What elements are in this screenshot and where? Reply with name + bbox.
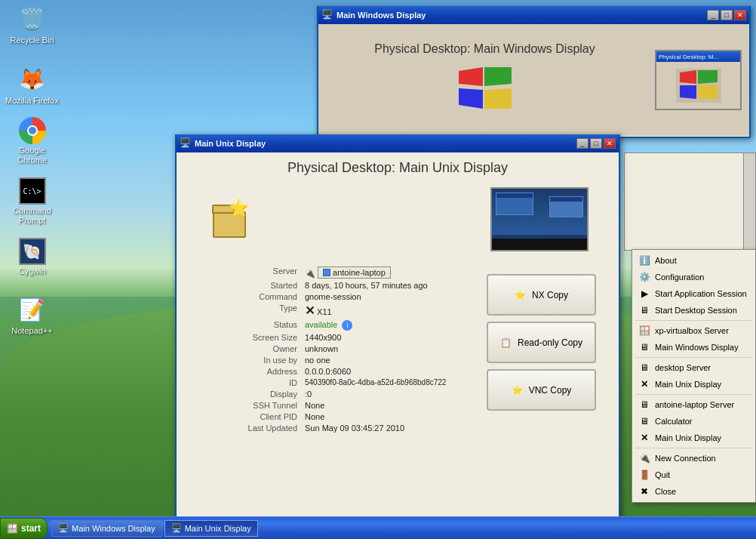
address-value: 0.0.0.0:6060 bbox=[305, 367, 487, 376]
notepad-icon: 📝 bbox=[17, 294, 48, 325]
close-label: Close bbox=[655, 487, 676, 496]
desktop-icon-cygwin[interactable]: 🐚 Cygwin bbox=[4, 238, 60, 276]
desktop-server-icon: 🖥 bbox=[638, 362, 650, 374]
nx-copy-label: NX Copy bbox=[532, 290, 568, 300]
calculator-icon: 🖥 bbox=[638, 415, 650, 427]
windows-preview-thumb: Physical Desktop: M... bbox=[655, 50, 742, 110]
windows-thumbnail: Physical Desktop: M... bbox=[655, 50, 742, 110]
firefox-icon: 🦊 bbox=[17, 64, 48, 94]
vnc-copy-button[interactable]: ⭐ VNC Copy bbox=[487, 369, 596, 411]
screensize-value: 1440x900 bbox=[305, 333, 487, 342]
type-text: X11 bbox=[317, 307, 332, 316]
menu-start-app-session[interactable]: ▶ Start Application Session bbox=[632, 285, 755, 302]
scrollbar[interactable] bbox=[743, 153, 755, 250]
lastupdated-label: Last Updated bbox=[207, 424, 297, 433]
menu-new-connection[interactable]: 🔌 New Connection bbox=[632, 450, 755, 467]
unix-display2-label: Main Unix Display bbox=[655, 433, 721, 442]
start-desktop-icon: 🖥 bbox=[638, 304, 650, 316]
antoine-server-label: antoine-laptop Server bbox=[655, 400, 734, 409]
chrome-icon bbox=[19, 117, 46, 144]
desktop-icon-chrome[interactable]: Google Chrome bbox=[4, 117, 60, 165]
taskbar-main-unix[interactable]: 🖥️ Main Unix Display bbox=[164, 520, 258, 537]
main-unix-titlebar: 🖥️ Main Unix Display _ □ ✕ bbox=[177, 134, 619, 152]
vnc-copy-star-icon: ⭐ bbox=[512, 385, 523, 396]
menu-main-windows-display[interactable]: 🖥 Main Windows Display bbox=[632, 339, 755, 356]
unix-display1-label: Main Unix Display bbox=[655, 380, 721, 389]
type-value: ✕ X11 bbox=[305, 303, 487, 318]
taskbar-windows-icon: 🖥️ bbox=[58, 523, 69, 533]
context-menu: ℹ️ About ⚙️ Configuration ▶ Start Applic… bbox=[632, 249, 756, 503]
main-windows-title-icon: 🖥️ bbox=[321, 9, 333, 21]
new-connection-icon: 🔌 bbox=[638, 452, 650, 464]
config-label: Configuration bbox=[655, 273, 704, 282]
desktop-icon-cmd[interactable]: C:\> Command Prompt bbox=[4, 177, 60, 226]
menu-main-unix-display1[interactable]: ✕ Main Unix Display bbox=[632, 376, 755, 393]
unix-close-button[interactable]: ✕ bbox=[604, 138, 616, 149]
server-label: Server bbox=[207, 266, 297, 279]
menu-configuration[interactable]: ⚙️ Configuration bbox=[632, 269, 755, 285]
windows-display-label: Main Windows Display bbox=[655, 343, 739, 352]
inuseby-label: In use by bbox=[207, 356, 297, 365]
menu-desktop-server[interactable]: 🖥 desktop Server bbox=[632, 359, 755, 376]
minimize-button[interactable]: _ bbox=[707, 10, 719, 20]
readonly-copy-button[interactable]: 📋 Read-only Copy bbox=[487, 322, 596, 363]
owner-label: Owner bbox=[207, 344, 297, 353]
unix-thumb bbox=[490, 187, 589, 251]
command-label: Command bbox=[207, 292, 297, 301]
server-dot bbox=[323, 269, 330, 276]
firefox-label: Mozilla Firefox bbox=[5, 96, 59, 106]
server-name: antoine-laptop bbox=[333, 268, 386, 277]
unix-display1-icon: ✕ bbox=[638, 378, 650, 390]
unix-info-area: Server 🔌 antoine-laptop Started 8 days, … bbox=[192, 266, 604, 433]
main-unix-title-text: Main Unix Display bbox=[195, 139, 573, 148]
start-button[interactable]: 🪟 start bbox=[0, 518, 48, 539]
main-windows-title-text: Main Windows Display bbox=[337, 11, 704, 20]
nx-copy-button[interactable]: ⭐ NX Copy bbox=[487, 274, 596, 316]
started-value: 8 days, 10 hours, 57 minutes ago bbox=[305, 281, 487, 290]
menu-start-desktop-session[interactable]: 🖥 Start Desktop Session bbox=[632, 302, 755, 319]
taskbar-main-windows[interactable]: 🖥️ Main Windows Display bbox=[51, 520, 162, 537]
command-value: gnome-session bbox=[305, 292, 487, 301]
started-label: Started bbox=[207, 281, 297, 290]
windows-display-title: Physical Desktop: Main Windows Display bbox=[326, 42, 644, 119]
x11-icon: ✕ bbox=[305, 304, 315, 317]
cmd-label: Command Prompt bbox=[4, 206, 60, 226]
menu-main-unix-display2[interactable]: ✕ Main Unix Display bbox=[632, 430, 755, 446]
owner-value: unknown bbox=[305, 344, 487, 353]
display-value: :0 bbox=[305, 390, 487, 399]
menu-close[interactable]: ✖ Close bbox=[632, 483, 755, 500]
calculator-label: Calculator bbox=[655, 417, 693, 426]
menu-antoine-laptop-server[interactable]: 🖥 antoine-laptop Server bbox=[632, 396, 755, 413]
desktop-icon-notepad[interactable]: 📝 Notepad++ bbox=[4, 294, 60, 336]
about-label: About bbox=[655, 256, 677, 265]
status-value: available i bbox=[305, 320, 487, 331]
config-icon: ⚙️ bbox=[638, 271, 650, 283]
start-app-icon: ▶ bbox=[638, 288, 650, 300]
unix-icons-row: ⭐ bbox=[192, 187, 604, 251]
type-label: Type bbox=[207, 303, 297, 318]
inuseby-value: no one bbox=[305, 356, 487, 365]
menu-calculator[interactable]: 🖥 Calculator bbox=[632, 413, 755, 430]
unix-info-grid: Server 🔌 antoine-laptop Started 8 days, … bbox=[199, 266, 487, 433]
menu-xp-virtualbox[interactable]: 🪟 xp-virtualbox Server bbox=[632, 322, 755, 339]
desktop-icon-recycle-bin[interactable]: 🗑️ Recycle Bin bbox=[4, 4, 60, 45]
id-label: ID bbox=[207, 378, 297, 387]
main-unix-controls: _ □ ✕ bbox=[576, 138, 616, 149]
main-windows-controls: _ □ ✕ bbox=[707, 10, 746, 20]
cygwin-label: Cygwin bbox=[18, 266, 45, 276]
start-icon: 🪟 bbox=[7, 523, 18, 534]
menu-quit[interactable]: 🚪 Quit bbox=[632, 467, 755, 483]
close-button[interactable]: ✕ bbox=[734, 10, 746, 20]
desktop-server-label: desktop Server bbox=[655, 363, 711, 372]
clientpid-label: Client PID bbox=[207, 412, 297, 421]
separator-2 bbox=[635, 357, 752, 358]
menu-about[interactable]: ℹ️ About bbox=[632, 252, 755, 269]
maximize-button[interactable]: □ bbox=[721, 10, 733, 20]
unix-maximize-button[interactable]: □ bbox=[590, 138, 602, 149]
desktop-icon-firefox[interactable]: 🦊 Mozilla Firefox bbox=[4, 64, 60, 106]
taskbar: 🪟 start 🖥️ Main Windows Display 🖥️ Main … bbox=[0, 516, 756, 539]
favorite-icon: ⭐ bbox=[207, 197, 252, 242]
unix-minimize-button[interactable]: _ bbox=[576, 138, 589, 149]
unix-info-grid-container: Server 🔌 antoine-laptop Started 8 days, … bbox=[199, 266, 487, 433]
windows-display-icon: 🖥 bbox=[638, 341, 650, 353]
